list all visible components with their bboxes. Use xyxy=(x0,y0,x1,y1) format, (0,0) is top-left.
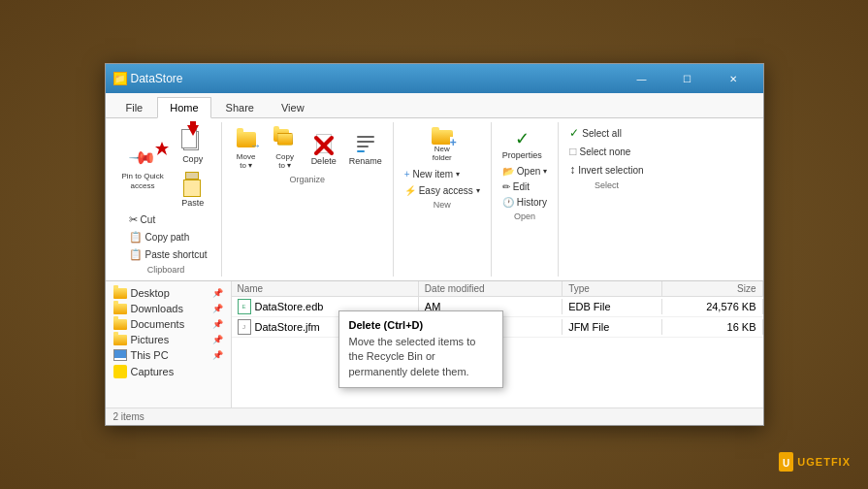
history-button[interactable]: 🕐 History xyxy=(498,195,552,210)
nav-desktop-label: Desktop xyxy=(131,287,170,299)
title-text: DataStore xyxy=(131,72,620,85)
pin-indicator-this-pc: 📌 xyxy=(212,350,223,360)
clipboard-small-row: ✂ Cut 📋 Copy path 📋 Paste shortcut xyxy=(120,212,212,263)
new-group: + Newfolder + New item ▾ ⚡ Easy access ▾ xyxy=(394,122,492,277)
select-none-label: Select none xyxy=(580,147,631,157)
minimize-button[interactable]: — xyxy=(620,64,664,93)
open-icon: 📂 xyxy=(502,166,514,177)
paste-shortcut-button[interactable]: 📋 Paste shortcut xyxy=(124,246,212,263)
branding-icon: U xyxy=(783,458,789,469)
copy-path-button[interactable]: 📋 Copy path xyxy=(124,229,212,245)
tab-view[interactable]: View xyxy=(269,97,317,117)
explorer-window: 📁 DataStore — ☐ ✕ File Home Share View xyxy=(105,63,764,426)
new-group-content: + Newfolder + New item ▾ ⚡ Easy access ▾ xyxy=(400,124,485,198)
select-all-button[interactable]: ✓ Select all xyxy=(564,124,648,142)
jfm-icon: J xyxy=(238,319,251,335)
delete-button[interactable]: Delete xyxy=(305,128,342,169)
nav-item-pictures[interactable]: Pictures 📌 xyxy=(106,332,231,347)
tab-file[interactable]: File xyxy=(113,97,156,117)
copy-to-button[interactable]: Copyto ▾ xyxy=(267,124,304,173)
nav-item-desktop[interactable]: Desktop 📌 xyxy=(106,285,231,301)
file-type-edb: EDB File xyxy=(563,299,662,314)
copy-path-label: Copy path xyxy=(145,232,190,243)
nav-item-downloads[interactable]: Downloads 📌 xyxy=(106,301,231,316)
col-size: Size xyxy=(662,281,762,296)
pin-indicator-desktop: 📌 xyxy=(212,288,223,298)
col-name: Name xyxy=(232,281,419,296)
new-item-icon: + xyxy=(404,169,410,179)
paste-shortcut-label: Paste shortcut xyxy=(145,249,208,260)
file-list-panel: Delete (Ctrl+D) Move the selected items … xyxy=(232,281,763,408)
title-bar: 📁 DataStore — ☐ ✕ xyxy=(106,64,763,93)
col-date: Date modified xyxy=(419,281,563,296)
pin-to-quick-access-button[interactable]: 📌 Pin to Quickaccess xyxy=(117,142,169,193)
clipboard-group-label: Clipboard xyxy=(147,265,185,275)
nav-documents-label: Documents xyxy=(131,318,185,330)
new-item-button[interactable]: + New item ▾ xyxy=(400,167,485,181)
copy-to-label: Copyto ▾ xyxy=(275,152,294,170)
easy-access-button[interactable]: ⚡ Easy access ▾ xyxy=(400,183,485,198)
nav-downloads-label: Downloads xyxy=(131,303,183,314)
tab-share[interactable]: Share xyxy=(213,97,267,117)
select-none-button[interactable]: □ Select none xyxy=(564,143,648,160)
window-icon: 📁 xyxy=(113,72,127,85)
close-button[interactable]: ✕ xyxy=(711,64,755,93)
new-group-label: New xyxy=(434,200,451,210)
open-group-label: Open xyxy=(514,212,535,221)
move-to-button[interactable]: → Moveto ▾ xyxy=(228,124,265,173)
delete-tooltip: Delete (Ctrl+D) Move the selected items … xyxy=(338,310,503,388)
select-group-label: Select xyxy=(595,180,619,190)
properties-button[interactable]: ✓ Properties xyxy=(498,124,547,163)
status-bar: 2 items xyxy=(106,408,763,425)
history-icon: 🕐 xyxy=(502,197,514,208)
properties-label: Properties xyxy=(502,150,542,160)
open-group-content: ✓ Properties 📂 Open ▾ ✏ Edit 🕐 xyxy=(498,124,552,210)
status-text: 2 items xyxy=(113,411,145,422)
tooltip-title: Delete (Ctrl+D) xyxy=(349,319,493,331)
ribbon-content: 📌 Pin to Quickaccess xyxy=(106,118,763,281)
file-type-jfm: JFM File xyxy=(563,319,662,335)
file-size-edb: 24,576 KB xyxy=(662,299,762,314)
cut-label: Cut xyxy=(141,214,156,225)
new-folder-button[interactable]: + Newfolder xyxy=(400,124,485,165)
captures-icon xyxy=(113,365,127,378)
paste-button[interactable]: Paste xyxy=(171,168,215,211)
pin-indicator-documents: 📌 xyxy=(212,319,223,329)
move-to-label: Moveto ▾ xyxy=(237,152,256,170)
properties-icon: ✓ xyxy=(515,127,530,150)
col-type: Type xyxy=(563,281,662,296)
rename-button[interactable]: Rename xyxy=(344,129,387,169)
delete-label: Delete xyxy=(311,156,337,166)
open-ribbon-button[interactable]: 📂 Open ▾ xyxy=(498,164,552,179)
edit-icon: ✏ xyxy=(502,181,510,192)
desktop-folder-icon xyxy=(113,288,127,299)
copy-doc-front xyxy=(181,129,197,148)
open-group: ✓ Properties 📂 Open ▾ ✏ Edit 🕐 xyxy=(492,122,559,277)
cut-button[interactable]: ✂ Cut xyxy=(124,212,212,228)
tab-home[interactable]: Home xyxy=(157,97,210,118)
pictures-folder-icon xyxy=(113,335,127,345)
pin-indicator-pictures: 📌 xyxy=(212,335,223,344)
documents-folder-icon xyxy=(113,319,127,330)
delete-icon xyxy=(310,131,338,156)
nav-item-documents[interactable]: Documents 📌 xyxy=(106,316,231,332)
nav-captures-label: Captures xyxy=(131,366,175,377)
ribbon-tabs: File Home Share View xyxy=(106,93,763,118)
nav-item-this-pc[interactable]: This PC 📌 xyxy=(106,347,231,363)
copy-to-icon xyxy=(272,127,299,152)
clipboard-row: 📌 Pin to Quickaccess xyxy=(117,124,215,211)
edit-button[interactable]: ✏ Edit xyxy=(498,179,534,194)
select-group-content: ✓ Select all □ Select none ↕ Invert sele… xyxy=(564,124,648,179)
clipboard-group: 📌 Pin to Quickaccess xyxy=(112,122,222,277)
paste-icon xyxy=(177,171,209,198)
downloads-folder-icon xyxy=(113,304,127,314)
maximize-button[interactable]: ☐ xyxy=(665,64,710,93)
easy-access-label: Easy access xyxy=(419,185,473,196)
invert-selection-button[interactable]: ↕ Invert selection xyxy=(564,161,648,179)
nav-item-captures[interactable]: Captures xyxy=(106,363,231,380)
clipboard-body xyxy=(183,179,201,197)
copy-button[interactable]: Copy xyxy=(171,124,215,167)
organize-group-label: Organize xyxy=(289,175,325,184)
pin-indicator-downloads: 📌 xyxy=(212,304,223,313)
nav-panel: Desktop 📌 Downloads 📌 Documents 📌 Pictur… xyxy=(106,281,232,408)
